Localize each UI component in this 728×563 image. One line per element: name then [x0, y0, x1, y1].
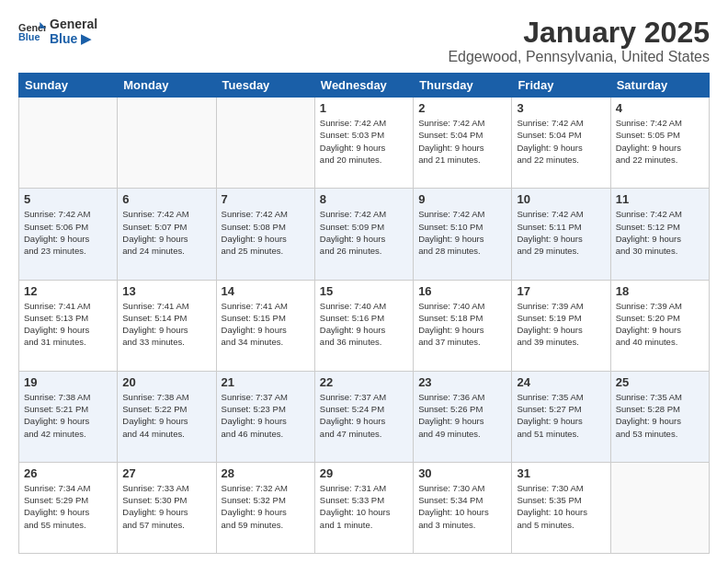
day-info: Sunrise: 7:42 AM Sunset: 5:12 PM Dayligh… [616, 208, 704, 257]
day-number: 17 [517, 284, 605, 298]
day-info: Sunrise: 7:41 AM Sunset: 5:15 PM Dayligh… [222, 300, 310, 349]
day-number: 23 [418, 375, 506, 389]
page: General Blue General Blue ▶ January 2025… [0, 0, 728, 563]
table-cell: 13Sunrise: 7:41 AM Sunset: 5:14 PM Dayli… [118, 280, 216, 371]
table-cell: 23Sunrise: 7:36 AM Sunset: 5:26 PM Dayli… [414, 371, 512, 462]
table-cell: 2Sunrise: 7:42 AM Sunset: 5:04 PM Daylig… [414, 98, 512, 189]
day-info: Sunrise: 7:41 AM Sunset: 5:13 PM Dayligh… [24, 300, 112, 349]
table-cell: 1Sunrise: 7:42 AM Sunset: 5:03 PM Daylig… [314, 98, 413, 189]
day-info: Sunrise: 7:32 AM Sunset: 5:32 PM Dayligh… [222, 482, 310, 531]
logo: General Blue General Blue ▶ [18, 17, 97, 46]
table-cell: 19Sunrise: 7:38 AM Sunset: 5:21 PM Dayli… [19, 371, 118, 462]
day-number: 29 [320, 466, 408, 480]
day-number: 11 [616, 192, 704, 206]
day-info: Sunrise: 7:42 AM Sunset: 5:03 PM Dayligh… [320, 117, 408, 166]
table-cell: 6Sunrise: 7:42 AM Sunset: 5:07 PM Daylig… [118, 189, 216, 280]
svg-text:Blue: Blue [18, 31, 40, 42]
col-monday: Monday [118, 74, 216, 98]
day-info: Sunrise: 7:39 AM Sunset: 5:20 PM Dayligh… [616, 300, 704, 349]
day-number: 15 [320, 284, 408, 298]
calendar-week-row: 19Sunrise: 7:38 AM Sunset: 5:21 PM Dayli… [19, 371, 710, 462]
day-info: Sunrise: 7:40 AM Sunset: 5:18 PM Dayligh… [418, 300, 506, 349]
table-cell: 30Sunrise: 7:30 AM Sunset: 5:34 PM Dayli… [414, 462, 512, 553]
table-cell: 24Sunrise: 7:35 AM Sunset: 5:27 PM Dayli… [512, 371, 610, 462]
day-number: 12 [24, 284, 112, 298]
day-number: 10 [517, 192, 605, 206]
table-cell: 25Sunrise: 7:35 AM Sunset: 5:28 PM Dayli… [610, 371, 709, 462]
day-number: 24 [517, 375, 605, 389]
day-number: 14 [222, 284, 310, 298]
day-info: Sunrise: 7:37 AM Sunset: 5:23 PM Dayligh… [222, 391, 310, 440]
day-info: Sunrise: 7:42 AM Sunset: 5:06 PM Dayligh… [24, 208, 112, 257]
day-number: 18 [616, 284, 704, 298]
day-info: Sunrise: 7:36 AM Sunset: 5:26 PM Dayligh… [418, 391, 506, 440]
day-info: Sunrise: 7:42 AM Sunset: 5:11 PM Dayligh… [517, 208, 605, 257]
logo-text: General [50, 17, 97, 31]
table-cell: 20Sunrise: 7:38 AM Sunset: 5:22 PM Dayli… [118, 371, 216, 462]
day-number: 2 [418, 101, 506, 115]
table-cell: 16Sunrise: 7:40 AM Sunset: 5:18 PM Dayli… [414, 280, 512, 371]
day-number: 7 [222, 192, 310, 206]
table-cell: 14Sunrise: 7:41 AM Sunset: 5:15 PM Dayli… [216, 280, 314, 371]
table-cell: 18Sunrise: 7:39 AM Sunset: 5:20 PM Dayli… [610, 280, 709, 371]
table-cell [19, 98, 118, 189]
day-number: 28 [222, 466, 310, 480]
col-wednesday: Wednesday [314, 74, 413, 98]
table-cell: 17Sunrise: 7:39 AM Sunset: 5:19 PM Dayli… [512, 280, 610, 371]
day-number: 19 [24, 375, 112, 389]
calendar-week-row: 26Sunrise: 7:34 AM Sunset: 5:29 PM Dayli… [19, 462, 710, 553]
calendar-title: January 2025 [448, 17, 710, 49]
day-info: Sunrise: 7:41 AM Sunset: 5:14 PM Dayligh… [122, 300, 210, 349]
day-number: 31 [517, 466, 605, 480]
day-info: Sunrise: 7:39 AM Sunset: 5:19 PM Dayligh… [517, 300, 605, 349]
day-number: 9 [418, 192, 506, 206]
title-block: January 2025 Edgewood, Pennsylvania, Uni… [448, 17, 710, 65]
table-cell: 4Sunrise: 7:42 AM Sunset: 5:05 PM Daylig… [610, 98, 709, 189]
day-number: 13 [122, 284, 210, 298]
col-thursday: Thursday [414, 74, 512, 98]
table-cell: 7Sunrise: 7:42 AM Sunset: 5:08 PM Daylig… [216, 189, 314, 280]
day-number: 1 [320, 101, 408, 115]
day-number: 27 [122, 466, 210, 480]
table-cell: 26Sunrise: 7:34 AM Sunset: 5:29 PM Dayli… [19, 462, 118, 553]
logo-icon: General Blue [18, 20, 46, 42]
day-info: Sunrise: 7:42 AM Sunset: 5:05 PM Dayligh… [616, 117, 704, 166]
calendar-week-row: 1Sunrise: 7:42 AM Sunset: 5:03 PM Daylig… [19, 98, 710, 189]
table-cell: 5Sunrise: 7:42 AM Sunset: 5:06 PM Daylig… [19, 189, 118, 280]
day-info: Sunrise: 7:30 AM Sunset: 5:35 PM Dayligh… [517, 482, 605, 531]
col-friday: Friday [512, 74, 610, 98]
calendar-header-row: Sunday Monday Tuesday Wednesday Thursday… [19, 74, 710, 98]
table-cell [610, 462, 709, 553]
table-cell: 8Sunrise: 7:42 AM Sunset: 5:09 PM Daylig… [314, 189, 413, 280]
calendar-week-row: 5Sunrise: 7:42 AM Sunset: 5:06 PM Daylig… [19, 189, 710, 280]
day-info: Sunrise: 7:42 AM Sunset: 5:07 PM Dayligh… [122, 208, 210, 257]
table-cell: 9Sunrise: 7:42 AM Sunset: 5:10 PM Daylig… [414, 189, 512, 280]
table-cell: 11Sunrise: 7:42 AM Sunset: 5:12 PM Dayli… [610, 189, 709, 280]
day-number: 6 [122, 192, 210, 206]
day-info: Sunrise: 7:38 AM Sunset: 5:21 PM Dayligh… [24, 391, 112, 440]
table-cell: 12Sunrise: 7:41 AM Sunset: 5:13 PM Dayli… [19, 280, 118, 371]
day-number: 4 [616, 101, 704, 115]
table-cell [118, 98, 216, 189]
day-info: Sunrise: 7:42 AM Sunset: 5:09 PM Dayligh… [320, 208, 408, 257]
day-info: Sunrise: 7:42 AM Sunset: 5:04 PM Dayligh… [517, 117, 605, 166]
table-cell: 15Sunrise: 7:40 AM Sunset: 5:16 PM Dayli… [314, 280, 413, 371]
calendar-week-row: 12Sunrise: 7:41 AM Sunset: 5:13 PM Dayli… [19, 280, 710, 371]
day-info: Sunrise: 7:42 AM Sunset: 5:10 PM Dayligh… [418, 208, 506, 257]
logo-text2: Blue ▶ [50, 31, 97, 46]
col-tuesday: Tuesday [216, 74, 314, 98]
day-info: Sunrise: 7:38 AM Sunset: 5:22 PM Dayligh… [122, 391, 210, 440]
day-number: 3 [517, 101, 605, 115]
table-cell: 10Sunrise: 7:42 AM Sunset: 5:11 PM Dayli… [512, 189, 610, 280]
day-info: Sunrise: 7:42 AM Sunset: 5:08 PM Dayligh… [222, 208, 310, 257]
day-info: Sunrise: 7:37 AM Sunset: 5:24 PM Dayligh… [320, 391, 408, 440]
day-info: Sunrise: 7:34 AM Sunset: 5:29 PM Dayligh… [24, 482, 112, 531]
day-number: 16 [418, 284, 506, 298]
day-info: Sunrise: 7:42 AM Sunset: 5:04 PM Dayligh… [418, 117, 506, 166]
table-cell: 31Sunrise: 7:30 AM Sunset: 5:35 PM Dayli… [512, 462, 610, 553]
table-cell: 27Sunrise: 7:33 AM Sunset: 5:30 PM Dayli… [118, 462, 216, 553]
table-cell: 29Sunrise: 7:31 AM Sunset: 5:33 PM Dayli… [314, 462, 413, 553]
day-number: 21 [222, 375, 310, 389]
day-number: 20 [122, 375, 210, 389]
table-cell: 28Sunrise: 7:32 AM Sunset: 5:32 PM Dayli… [216, 462, 314, 553]
